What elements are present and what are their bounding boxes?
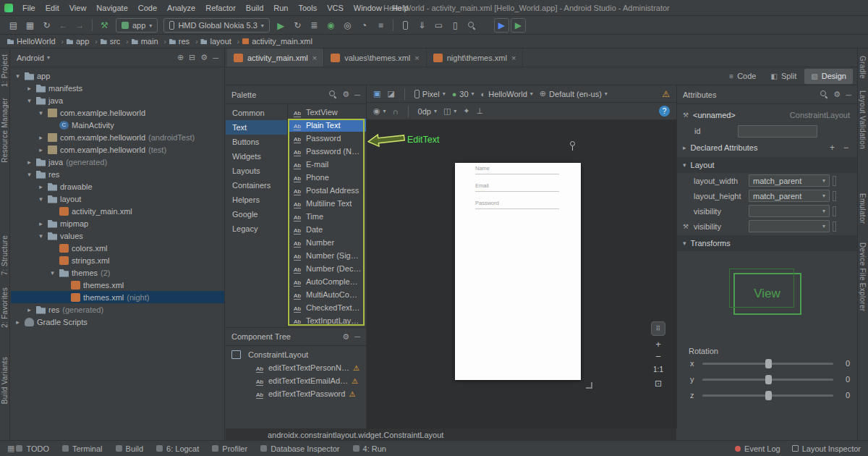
project-tree-item[interactable]: ▾ layout xyxy=(11,193,224,205)
editor-tab[interactable]: activity_main.xml × xyxy=(227,48,324,67)
resource-picker-button[interactable] xyxy=(833,221,836,232)
palette-category[interactable]: Helpers xyxy=(226,193,287,207)
palette-item[interactable]: CheckedText… xyxy=(288,301,366,314)
component-tree-item[interactable]: editTextTextPassword ⚠ xyxy=(226,387,366,400)
tool-window-button[interactable]: 1: Project xyxy=(1,54,9,87)
tool-window-button[interactable]: Layout Validation xyxy=(859,90,867,149)
breadcrumb-item[interactable]: HelloWorld › xyxy=(7,37,67,46)
component-tree-item[interactable]: ConstraintLayout xyxy=(226,348,366,361)
edittext-field[interactable]: Password xyxy=(475,200,559,209)
run-button[interactable]: ▶ xyxy=(273,18,289,33)
layout-inspector-button[interactable]: Layout Inspector xyxy=(792,444,861,453)
tool-window-button[interactable]: Resource Manager xyxy=(1,98,9,163)
warning-icon[interactable]: ⚠ xyxy=(352,377,358,385)
tree-expand-icon[interactable]: ▸ xyxy=(37,220,45,227)
editor-tab[interactable]: night\themes.xml × xyxy=(427,48,524,67)
status-bar-tool-button[interactable]: Terminal xyxy=(62,444,103,453)
menu-item[interactable]: Tools xyxy=(293,0,322,16)
project-tree-item[interactable]: ▾ values xyxy=(11,229,224,242)
project-tree-item[interactable]: ▾ themes (2) xyxy=(11,266,224,279)
default-margins-button[interactable]: 0dp ▾ xyxy=(418,107,437,116)
component-tree-item[interactable]: editTextTextEmailAd… ⚠ xyxy=(226,374,366,387)
breadcrumb-item[interactable]: main › xyxy=(132,37,169,46)
rotation-slider[interactable] xyxy=(702,363,833,365)
menu-item[interactable]: Help xyxy=(387,0,414,16)
palette-item[interactable]: AutoComple… xyxy=(288,275,366,288)
palette-item[interactable]: Number (Sig… xyxy=(288,249,366,262)
tab-close-icon[interactable]: × xyxy=(414,54,419,62)
view-options-button[interactable]: ◉ ▾ xyxy=(373,106,386,116)
layout-section[interactable]: ▾ Layout xyxy=(677,157,857,173)
tab-close-icon[interactable]: × xyxy=(511,54,516,62)
add-attribute-button[interactable]: + xyxy=(830,143,835,153)
palette-category[interactable]: Buttons xyxy=(226,135,287,149)
tool-window-button[interactable]: Build Variants xyxy=(1,357,9,404)
breadcrumb-item[interactable]: src › xyxy=(101,37,132,46)
run-anything-icon[interactable]: ▶ xyxy=(494,18,509,33)
guidelines-button[interactable]: ◫ ▾ xyxy=(443,106,456,116)
stop-icon[interactable]: ■ xyxy=(373,18,388,33)
palette-category[interactable]: Layouts xyxy=(226,164,287,178)
design-canvas[interactable]: Name Email Password xyxy=(367,120,676,428)
menu-item[interactable]: Refactor xyxy=(200,0,241,16)
tree-expand-icon[interactable]: ▾ xyxy=(37,232,45,240)
device-manager-icon[interactable] xyxy=(398,18,413,33)
project-tree-item[interactable]: MainActivity xyxy=(11,119,224,131)
menu-item[interactable]: Analyze xyxy=(162,0,200,16)
forward-icon[interactable]: → xyxy=(72,18,88,33)
menu-item[interactable]: File xyxy=(17,0,41,16)
rotation-slider[interactable] xyxy=(702,379,833,381)
hide-panel-icon[interactable]: ─ xyxy=(354,90,360,99)
gear-icon[interactable]: ⚙ xyxy=(833,90,841,99)
menu-item[interactable]: Window xyxy=(349,0,387,16)
rotation-slider[interactable] xyxy=(702,394,833,397)
pack-icon[interactable]: ⊥ xyxy=(477,106,484,116)
locate-file-icon[interactable]: ⊕ xyxy=(177,53,184,62)
palette-item[interactable]: TextInputLay… xyxy=(288,314,366,327)
project-tree-item[interactable]: ▾ app xyxy=(11,69,224,82)
rotation-slider-thumb[interactable] xyxy=(765,359,772,368)
warning-icon[interactable]: ⚠ xyxy=(353,364,359,372)
status-bar-tool-button[interactable]: 4: Run xyxy=(353,444,386,453)
zoom-in-button[interactable]: + xyxy=(655,341,661,348)
infer-constraints-icon[interactable]: ✦ xyxy=(463,106,469,116)
breadcrumb-item[interactable]: app › xyxy=(67,37,101,46)
palette-item[interactable]: Password xyxy=(288,132,366,145)
profile-icon[interactable]: ◔ xyxy=(357,18,372,33)
attribute-value-select[interactable]: match_parent ▾ xyxy=(749,174,830,187)
gear-icon[interactable]: ⚙ xyxy=(342,332,349,342)
palette-category[interactable]: Common xyxy=(226,106,287,120)
editor-mode-button[interactable]: ▧ Design xyxy=(804,69,853,84)
warning-icon[interactable]: ⚠ xyxy=(349,390,355,398)
design-surface-mode-icon[interactable]: ▣ xyxy=(373,89,380,98)
project-tree-item[interactable]: themes.xml (night) xyxy=(11,291,224,303)
palette-item[interactable]: MultiAutoCo… xyxy=(288,288,366,301)
coverage-icon[interactable]: ◎ xyxy=(340,18,355,33)
back-icon[interactable]: ← xyxy=(56,18,71,33)
api-version-select[interactable]: ● 30 ▾ xyxy=(452,90,475,98)
help-button[interactable]: ? xyxy=(659,106,670,117)
menu-item[interactable]: Code xyxy=(133,0,162,16)
tree-expand-icon[interactable]: ▸ xyxy=(37,183,45,190)
menu-item[interactable]: Navigate xyxy=(91,0,132,16)
device-in-editor-select[interactable]: Pixel ▾ xyxy=(414,90,446,98)
palette-item[interactable]: Date xyxy=(288,223,366,236)
palette-item[interactable]: Multiline Text xyxy=(288,197,366,210)
project-tree-item[interactable]: strings.xml xyxy=(11,254,224,266)
apply-changes-icon[interactable]: ↻ xyxy=(290,18,305,33)
palette-item[interactable]: Phone xyxy=(288,171,366,184)
tree-expand-icon[interactable]: ▾ xyxy=(48,269,56,276)
transforms-section[interactable]: ▾ Transforms xyxy=(677,235,857,251)
theme-select[interactable]: ◐ HelloWorld ▾ xyxy=(481,90,533,98)
resource-picker-button[interactable] xyxy=(833,191,836,201)
project-tree-item[interactable]: ▸ com.examlpe.helloworld (androidTest) xyxy=(11,131,224,143)
tree-expand-icon[interactable]: ▸ xyxy=(37,134,45,141)
hide-panel-icon[interactable]: ─ xyxy=(354,332,360,341)
search-icon[interactable] xyxy=(329,90,337,98)
build-hammer-icon[interactable]: ⚒ xyxy=(97,18,112,33)
component-tree-item[interactable]: editTextTextPersonN… ⚠ xyxy=(226,361,366,374)
tree-expand-icon[interactable]: ▾ xyxy=(25,97,33,104)
pan-icon[interactable]: ⠿ xyxy=(651,321,665,336)
palette-category[interactable]: Google xyxy=(226,207,287,221)
search-everywhere-icon[interactable] xyxy=(464,18,480,33)
